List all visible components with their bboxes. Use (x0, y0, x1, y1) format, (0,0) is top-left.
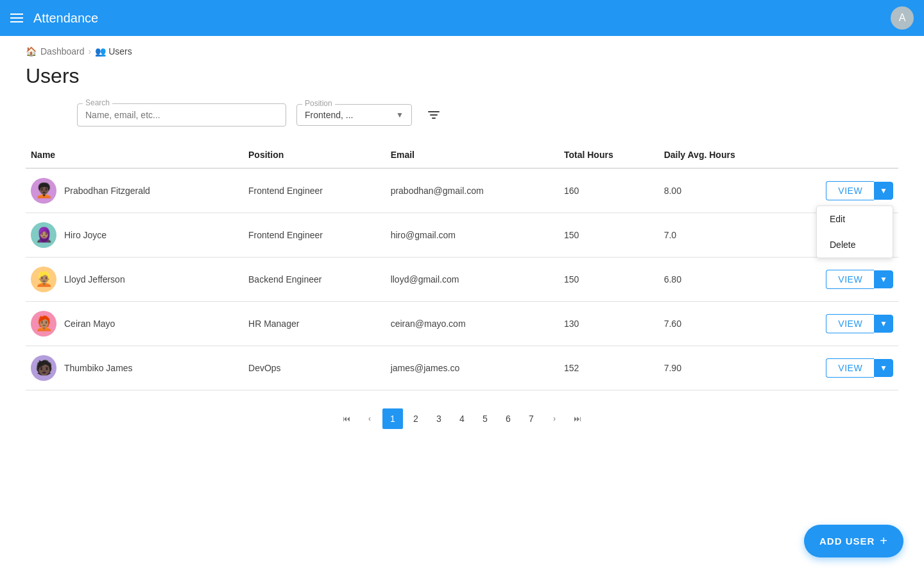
action-buttons: VIEW▼ (801, 358, 893, 378)
table-row: 👱🏽 Lloyd Jefferson Backend Engineerlloyd… (26, 258, 898, 302)
user-position-cell: DevOps (243, 346, 386, 390)
user-name: Thumbiko James (64, 363, 133, 373)
app-title: Attendance (33, 11, 98, 26)
user-cell: 🧑🏿 Thumbiko James (31, 355, 238, 381)
pagination-prev-button[interactable]: ‹ (359, 408, 380, 429)
pagination-page-1[interactable]: 1 (382, 408, 403, 429)
action-buttons: VIEW▼ (801, 314, 893, 333)
view-button[interactable]: VIEW (826, 181, 874, 200)
user-total-hours-cell: 150 (559, 258, 659, 302)
pagination-first-button[interactable]: ⏮ (336, 408, 357, 429)
user-name-cell: 🧑🏽‍🦰 Ceiran Mayo (26, 302, 243, 346)
user-email-cell: prabodhan@gmail.com (386, 168, 559, 213)
col-name: Name (26, 142, 243, 168)
user-daily-avg-cell: 7.60 (659, 302, 796, 346)
action-buttons: VIEW▼ Edit Delete (801, 181, 893, 200)
pagination-page-6[interactable]: 6 (498, 408, 518, 429)
page-title: Users (0, 62, 924, 103)
user-name: Hiro Joyce (64, 230, 107, 240)
user-cell: 🧑🏿‍🦱 Prabodhan Fitzgerald (31, 178, 238, 204)
col-total-hours: Total Hours (559, 142, 659, 168)
user-total-hours-cell: 152 (559, 346, 659, 390)
search-label: Search (83, 98, 112, 107)
user-position-cell: HR Manager (243, 302, 386, 346)
pagination-page-5[interactable]: 5 (475, 408, 495, 429)
breadcrumb: 🏠 Dashboard › 👥 Users (0, 36, 924, 62)
avatar: 🧑🏿‍🦱 (31, 178, 56, 204)
dropdown-toggle-button[interactable]: ▼ (874, 315, 893, 333)
user-email-cell: ceiran@mayo.com (386, 302, 559, 346)
user-name-cell: 🧑🏿‍🦱 Prabodhan Fitzgerald (26, 168, 243, 213)
avatar: 👱🏽 (31, 267, 56, 292)
breadcrumb-current: 👥 Users (95, 46, 132, 57)
position-label: Position (302, 99, 335, 108)
table-row: 🧑🏽‍🦰 Ceiran Mayo HR Managerceiran@mayo.c… (26, 302, 898, 346)
position-select[interactable]: Position Frontend, ... ▼ (296, 104, 412, 126)
view-button[interactable]: VIEW (826, 314, 874, 333)
pagination-last-button[interactable]: ⏭ (567, 408, 588, 429)
col-actions (796, 142, 898, 168)
user-daily-avg-cell: 8.00 (659, 168, 796, 213)
breadcrumb-dashboard-link[interactable]: Dashboard (40, 46, 85, 57)
col-position: Position (243, 142, 386, 168)
chevron-down-icon: ▼ (880, 275, 887, 284)
dropdown-toggle-button[interactable]: ▼ (874, 182, 893, 200)
pagination-page-2[interactable]: 2 (406, 408, 426, 429)
edit-menu-item[interactable]: Edit (817, 206, 893, 232)
user-total-hours-cell: 160 (559, 168, 659, 213)
plus-icon: + (880, 534, 888, 548)
user-daily-avg-cell: 7.90 (659, 346, 796, 390)
user-cell: 🧕🏽 Hiro Joyce (31, 222, 238, 248)
chevron-down-icon: ▼ (396, 110, 404, 119)
table-header-row: Name Position Email Total Hours Daily Av… (26, 142, 898, 168)
delete-menu-item[interactable]: Delete (817, 232, 893, 258)
user-name-cell: 🧑🏿 Thumbiko James (26, 346, 243, 390)
search-input[interactable] (85, 110, 278, 120)
user-total-hours-cell: 130 (559, 302, 659, 346)
user-name: Prabodhan Fitzgerald (64, 186, 150, 196)
user-daily-avg-cell: 7.0 (659, 213, 796, 258)
avatar: 🧑🏽‍🦰 (31, 311, 56, 337)
user-action-cell: VIEW▼ (796, 258, 898, 302)
user-name-cell: 👱🏽 Lloyd Jefferson (26, 258, 243, 302)
dropdown-toggle-button[interactable]: ▼ (874, 270, 893, 288)
table-row: 🧑🏿‍🦱 Prabodhan Fitzgerald Frontend Engin… (26, 168, 898, 213)
users-icon: 👥 (95, 46, 106, 57)
col-daily-avg: Daily Avg. Hours (659, 142, 796, 168)
filter-icon (427, 110, 440, 120)
pagination-page-3[interactable]: 3 (429, 408, 449, 429)
users-table-wrap: Name Position Email Total Hours Daily Av… (0, 142, 924, 390)
filter-icon-button[interactable] (422, 103, 445, 127)
user-email-cell: hiro@gmail.com (386, 213, 559, 258)
position-value: Frontend, ... (305, 110, 391, 120)
dropdown-toggle-button[interactable]: ▼ (874, 359, 893, 377)
table-row: 🧕🏽 Hiro Joyce Frontend Engineerhiro@gmai… (26, 213, 898, 258)
top-navigation: Attendance A (0, 0, 924, 36)
user-position-cell: Frontend Engineer (243, 168, 386, 213)
pagination-next-button[interactable]: › (544, 408, 565, 429)
user-cell: 🧑🏽‍🦰 Ceiran Mayo (31, 311, 238, 337)
chevron-down-icon: ▼ (880, 363, 887, 372)
user-name-cell: 🧕🏽 Hiro Joyce (26, 213, 243, 258)
user-cell: 👱🏽 Lloyd Jefferson (31, 267, 238, 292)
user-action-cell: VIEW▼ (796, 302, 898, 346)
user-name: Lloyd Jefferson (64, 274, 125, 285)
pagination-page-7[interactable]: 7 (521, 408, 542, 429)
pagination-page-4[interactable]: 4 (452, 408, 472, 429)
search-field: Search (77, 103, 286, 127)
users-table: Name Position Email Total Hours Daily Av… (26, 142, 898, 390)
add-user-label: ADD USER (819, 536, 875, 547)
hamburger-menu-icon[interactable] (10, 13, 23, 22)
view-button[interactable]: VIEW (826, 270, 874, 289)
user-name: Ceiran Mayo (64, 319, 115, 329)
pagination: ⏮ ‹ 1 2 3 4 5 6 7 › ⏭ (0, 390, 924, 455)
main-content: 🏠 Dashboard › 👥 Users Users Search Posit… (0, 36, 924, 578)
user-avatar[interactable]: A (891, 6, 914, 30)
user-action-cell: VIEW▼ (796, 346, 898, 390)
user-daily-avg-cell: 6.80 (659, 258, 796, 302)
user-position-cell: Frontend Engineer (243, 213, 386, 258)
user-total-hours-cell: 150 (559, 213, 659, 258)
col-email: Email (386, 142, 559, 168)
add-user-button[interactable]: ADD USER + (804, 525, 903, 557)
view-button[interactable]: VIEW (826, 358, 874, 378)
